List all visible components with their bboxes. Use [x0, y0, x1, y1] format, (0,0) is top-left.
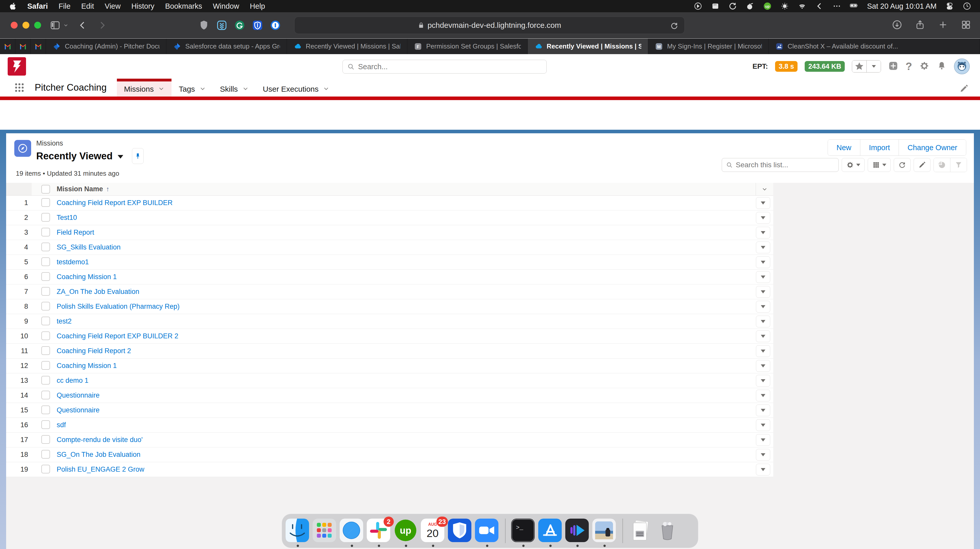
row-checkbox[interactable]	[41, 450, 50, 459]
chevron-down-icon[interactable]	[158, 85, 164, 93]
app-launcher-icon[interactable]	[14, 82, 25, 93]
tab-1[interactable]: Coaching (Admin) - Pitcher Docum...	[46, 38, 166, 54]
global-search-input[interactable]	[358, 62, 542, 71]
change-owner-button[interactable]: Change Owner	[899, 140, 966, 155]
menu-bookmarks[interactable]: Bookmarks	[160, 2, 207, 10]
edit-navigation-pencil-icon[interactable]	[959, 84, 968, 93]
row-actions-menu-button[interactable]	[756, 316, 770, 327]
nav-item-missions[interactable]: Missions	[117, 79, 172, 97]
menu-bar-clock[interactable]: Sat 20 Aug 10:01 AM	[867, 2, 937, 10]
chevron-left-icon[interactable]	[815, 2, 824, 10]
menu-edit[interactable]: Edit	[76, 2, 99, 10]
menu-help[interactable]: Help	[245, 2, 270, 10]
favorite-star-button[interactable]	[852, 61, 866, 72]
row-checkbox[interactable]	[41, 435, 50, 444]
sidebar-chevron-icon[interactable]	[63, 22, 68, 28]
menu-safari[interactable]: Safari	[22, 2, 53, 10]
pinned-tab-gmail-3[interactable]	[30, 38, 46, 54]
notifications-bell-button[interactable]	[937, 61, 947, 72]
dock-bitwarden-icon[interactable]	[448, 519, 473, 543]
control-center-icon[interactable]	[945, 2, 954, 10]
mission-name-link[interactable]: Coaching Mission 1	[57, 362, 756, 370]
row-actions-menu-button[interactable]	[756, 241, 770, 253]
row-actions-menu-button[interactable]	[756, 301, 770, 313]
edit-list-button[interactable]	[914, 158, 931, 172]
row-checkbox[interactable]	[41, 391, 50, 399]
brightness-icon[interactable]	[780, 2, 789, 10]
row-actions-menu-button[interactable]	[756, 449, 770, 461]
mission-name-link[interactable]: test2	[57, 318, 756, 325]
row-actions-menu-button[interactable]	[756, 271, 770, 283]
favorites-caret-button[interactable]	[866, 61, 881, 72]
onepassword-extension-icon[interactable]	[270, 20, 281, 31]
battery-icon[interactable]	[850, 2, 859, 10]
mission-name-link[interactable]: Questionnaire	[57, 391, 756, 399]
display-as-button[interactable]	[868, 158, 891, 172]
column-menu-chevron[interactable]	[756, 186, 773, 193]
mission-name-link[interactable]: Polish Skills Evaluation (Pharmacy Rep)	[57, 303, 756, 311]
row-actions-menu-button[interactable]	[756, 360, 770, 372]
mission-name-link[interactable]: Polish EU_ENGAGE 2 Grow	[57, 466, 756, 473]
grammarly-extension-icon[interactable]	[234, 20, 245, 31]
mission-name-link[interactable]: sdf	[57, 421, 756, 429]
row-checkbox[interactable]	[41, 420, 50, 429]
row-checkbox[interactable]	[41, 198, 50, 207]
tab-3[interactable]: Recently Viewed | Missions | Salesf...	[287, 38, 407, 54]
apple-menu-icon[interactable]	[9, 2, 18, 10]
dock-slack-icon[interactable]: 2	[367, 519, 391, 543]
dock-calendar-icon[interactable]: AUG2023	[421, 519, 445, 543]
mission-name-link[interactable]: Coaching Field Report EXP BUILDER 2	[57, 332, 756, 340]
row-checkbox[interactable]	[41, 317, 50, 325]
zoom-window-button[interactable]	[34, 22, 41, 29]
dock-mediaplayer-icon[interactable]	[565, 519, 590, 543]
row-checkbox[interactable]	[41, 228, 50, 236]
row-checkbox[interactable]	[41, 346, 50, 355]
app-name[interactable]: Pitcher Coaching	[35, 82, 107, 93]
row-actions-menu-button[interactable]	[756, 330, 770, 342]
upwork-icon[interactable]: up	[763, 2, 772, 10]
list-search-input[interactable]	[736, 161, 834, 169]
tab-4[interactable]: FPermission Set Groups | Salesforce	[407, 38, 528, 54]
chevron-down-icon[interactable]	[200, 85, 206, 93]
row-checkbox[interactable]	[41, 302, 50, 311]
row-checkbox[interactable]	[41, 287, 50, 296]
import-button[interactable]: Import	[860, 140, 899, 155]
dock-screenwindow-icon[interactable]	[592, 519, 617, 543]
filters-button[interactable]	[950, 158, 967, 172]
dock-trash-icon[interactable]	[655, 519, 680, 543]
window-controls[interactable]	[11, 22, 41, 29]
dock-launchpad-icon[interactable]	[313, 519, 337, 543]
minimize-window-button[interactable]	[22, 22, 29, 29]
menu-view[interactable]: View	[99, 2, 126, 10]
play-circle-icon[interactable]	[694, 2, 702, 10]
mission-name-link[interactable]: Coaching Field Report 2	[57, 347, 756, 355]
mission-name-link[interactable]: cc demo 1	[57, 377, 756, 385]
clock-widget-icon[interactable]	[963, 2, 971, 10]
pin-list-button[interactable]	[132, 148, 144, 164]
row-actions-menu-button[interactable]	[756, 434, 770, 446]
row-checkbox[interactable]	[41, 213, 50, 222]
menu-file[interactable]: File	[53, 2, 76, 10]
global-search-box[interactable]	[342, 60, 547, 73]
dock-zoom-icon[interactable]	[475, 519, 500, 543]
shield-extension-icon[interactable]	[198, 20, 210, 31]
select-all-checkbox[interactable]	[41, 185, 50, 193]
row-checkbox[interactable]	[41, 272, 50, 281]
dock-finder-icon[interactable]	[286, 519, 310, 543]
charts-button[interactable]	[934, 158, 950, 172]
mission-name-link[interactable]: Questionnaire	[57, 406, 756, 414]
cleanshot-icon[interactable]	[746, 2, 754, 10]
nav-item-user-executions[interactable]: User Executions	[256, 79, 336, 97]
ellipsis-icon[interactable]	[832, 2, 841, 10]
mission-name-link[interactable]: Coaching Field Report EXP BUILDER	[57, 199, 756, 207]
pitcher-logo[interactable]	[8, 57, 26, 76]
row-actions-menu-button[interactable]	[756, 212, 770, 224]
mission-name-link[interactable]: ZA_On The Job Evaluation	[57, 288, 756, 296]
mission-name-link[interactable]: Coaching Mission 1	[57, 273, 756, 281]
address-bar[interactable]: pchdevmain-dev-ed.lightning.force.com	[294, 17, 685, 34]
setup-gear-button[interactable]	[919, 61, 929, 72]
row-checkbox[interactable]	[41, 405, 50, 414]
bitwarden-extension-icon[interactable]	[252, 20, 263, 31]
dock-terminal-icon[interactable]: >_	[511, 519, 536, 543]
list-view-controls-button[interactable]	[842, 158, 865, 172]
